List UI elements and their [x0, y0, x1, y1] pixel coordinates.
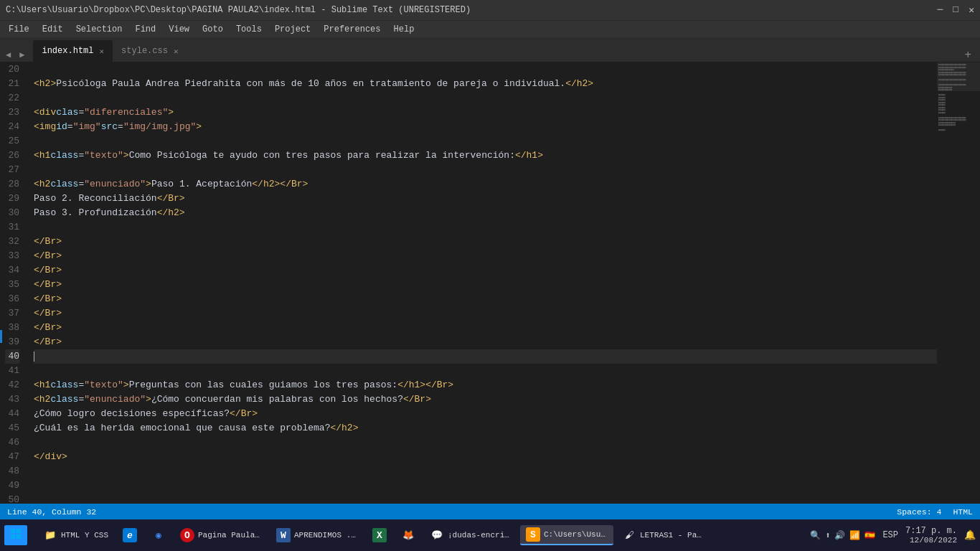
clock-time: 7:17 p. m.: [905, 526, 957, 536]
code-line-25: [34, 134, 937, 149]
token-tag: </Br>: [34, 249, 62, 263]
line-number-41: 41: [5, 364, 19, 378]
token-text-content: Preguntas con las cuales guiamos los tre…: [129, 378, 397, 392]
token-text-content: =: [67, 120, 73, 134]
tray-icon-2[interactable]: 🔊: [834, 530, 845, 541]
maximize-button[interactable]: □: [953, 4, 958, 16]
code-line-40: [34, 349, 937, 364]
token-tag: >: [168, 105, 174, 120]
system-tray-icons[interactable]: 🔍⬆🔊📶🇪🇸: [810, 530, 875, 541]
taskbar-app-firefox[interactable]: 🦊: [395, 526, 421, 545]
token-tag: </Br>: [157, 192, 185, 206]
line-number-29: 29: [5, 192, 19, 206]
line-number-31: 31: [5, 220, 19, 235]
code-line-27: [34, 163, 937, 177]
line-number-30: 30: [5, 206, 19, 220]
token-attr-value: "img/img.jpg": [123, 120, 196, 134]
token-attr-name: id: [56, 120, 67, 134]
tray-icon-0[interactable]: 🔍: [810, 530, 821, 541]
tray-icon-4[interactable]: 🇪🇸: [864, 530, 875, 541]
menu-item-preferences[interactable]: Preferences: [318, 23, 386, 36]
tab-close-2[interactable]: ✕: [174, 47, 179, 56]
tab-style-css[interactable]: style.css ✕: [113, 40, 187, 62]
line-number-27: 27: [5, 163, 19, 177]
token-tag: >: [146, 177, 151, 192]
menu-item-find[interactable]: Find: [129, 23, 161, 36]
tab-prev-arrow[interactable]: ◀: [3, 48, 14, 62]
code-line-31: [34, 220, 937, 235]
tray-icon-1[interactable]: ⬆: [825, 530, 830, 541]
app-label-paint: LETRAS1 - Paint: [640, 531, 704, 540]
menu-item-file[interactable]: File: [3, 23, 35, 36]
code-line-39: </Br>: [34, 335, 937, 349]
token-attr-value: "enunciado": [84, 177, 146, 192]
line-number-44: 44: [5, 407, 19, 421]
code-line-48: [34, 464, 937, 479]
tray-icon-3[interactable]: 📶: [849, 530, 860, 541]
start-button[interactable]: [4, 525, 27, 545]
menu-item-selection[interactable]: Selection: [70, 23, 128, 36]
taskbar-app-edge[interactable]: e: [117, 526, 143, 545]
taskbar-app-paint[interactable]: 🖌LETRAS1 - Paint: [616, 526, 710, 545]
line-gutter: 2021222324252627282930313233343536373839…: [0, 62, 28, 504]
token-text-content: =: [78, 378, 84, 392]
app-icon-opera: O: [180, 528, 194, 542]
line-number-33: 33: [5, 249, 19, 263]
line-number-40: 40: [5, 349, 19, 364]
language-indicator[interactable]: ESP: [882, 530, 898, 540]
token-text-content: =: [118, 120, 123, 134]
token-tag: <h1: [34, 378, 50, 392]
taskbar-app-sublime[interactable]: SC:\Users\Usuar...: [520, 525, 613, 545]
tab-index-html[interactable]: index.html ✕: [33, 40, 113, 62]
taskbar-app-opera[interactable]: OPagina Paula - ...: [174, 526, 268, 545]
token-tag: <h2: [34, 392, 50, 407]
token-text-content: Paso 2. Reconciliación: [34, 192, 157, 206]
code-line-26: <h1 class="texto">Como Psicóloga te ayud…: [34, 149, 937, 163]
app-icon-firefox: 🦊: [401, 528, 415, 542]
token-tag: >: [146, 392, 151, 407]
tab-bar: ◀ ▶ index.html ✕ style.css ✕ +: [0, 37, 980, 62]
close-button[interactable]: ✕: [969, 4, 974, 16]
tab-close-1[interactable]: ✕: [99, 47, 104, 56]
menu-item-edit[interactable]: Edit: [37, 23, 69, 36]
taskbar-app-excel[interactable]: X: [367, 526, 392, 545]
menu-item-help[interactable]: Help: [388, 23, 420, 36]
text-cursor: [34, 352, 34, 362]
menu-item-project[interactable]: Project: [269, 23, 316, 36]
token-attr-value: "texto": [84, 149, 123, 163]
taskbar-app-lastapp[interactable]: 💬¡dudas-encri...: [424, 526, 517, 545]
line-number-23: 23: [5, 105, 19, 120]
token-tag: </Br>: [230, 407, 258, 421]
clock-date: 12/08/2022: [905, 536, 957, 545]
menu-item-goto[interactable]: Goto: [197, 23, 229, 36]
menu-item-view[interactable]: View: [163, 23, 195, 36]
line-number-37: 37: [5, 306, 19, 321]
status-line-col: Line 40, Column 32: [7, 507, 96, 517]
code-editor[interactable]: <h2> Psicóloga Paula Andrea Piedrahita c…: [28, 62, 937, 504]
code-line-33: </Br>: [34, 249, 937, 263]
time-block[interactable]: 7:17 p. m.12/08/2022: [905, 526, 957, 545]
line-number-43: 43: [5, 392, 19, 407]
menu-item-tools[interactable]: Tools: [230, 23, 268, 36]
title-bar-left: C:\Users\Usuario\Dropbox\PC\Desktop\PAGI…: [6, 5, 471, 15]
svg-rect-0: [11, 529, 15, 533]
tab-navigation: ◀ ▶: [3, 48, 27, 62]
token-attr-value: "enunciado": [84, 392, 146, 407]
token-tag: <h2>: [34, 77, 56, 91]
code-line-36: </Br>: [34, 292, 937, 306]
token-tag: </Br>: [34, 335, 62, 349]
code-line-21: <h2> Psicóloga Paula Andrea Piedrahita c…: [34, 77, 937, 91]
tab-next-arrow[interactable]: ▶: [17, 48, 27, 62]
code-line-49: [34, 479, 937, 493]
code-line-41: [34, 364, 937, 378]
tab-add-button[interactable]: +: [958, 49, 977, 62]
taskbar-app-explorer[interactable]: 📁HTML Y CSS: [37, 526, 114, 545]
notification-icon[interactable]: 🔔: [964, 529, 976, 541]
token-tag: </Br>: [34, 263, 62, 278]
taskbar-app-chrome[interactable]: ◉: [146, 526, 171, 545]
token-tag: <img: [34, 120, 56, 134]
svg-rect-2: [11, 534, 15, 539]
minimap[interactable]: ████████████████████████████████ ███████…: [937, 62, 980, 504]
taskbar-app-word[interactable]: WAPRENDIMOS ...: [270, 526, 364, 545]
minimize-button[interactable]: ─: [938, 4, 943, 16]
